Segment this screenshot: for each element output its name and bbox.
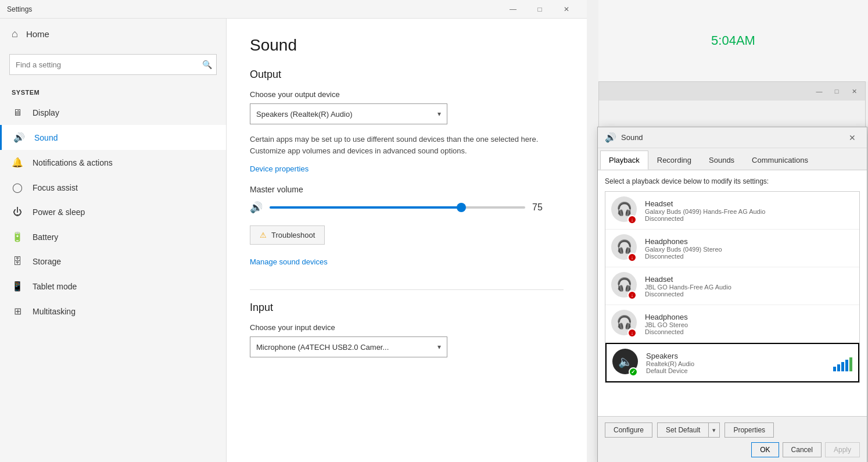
display-label: Display — [33, 108, 59, 117]
device-properties-link[interactable]: Device properties — [250, 164, 309, 173]
set-default-button[interactable]: Set Default — [657, 422, 708, 438]
sidebar-item-battery[interactable]: 🔋 Battery — [0, 224, 226, 249]
clock-time: 5:04AM — [711, 33, 755, 48]
device-item-speakers-realtek[interactable]: 🔈 ✓ Speakers Realtek(R) Audio Default De… — [605, 343, 859, 382]
dropdown-arrow-icon: ▾ — [437, 110, 441, 118]
output-section-title: Output — [250, 69, 564, 81]
dialog-title-left: 🔊 Sound — [605, 132, 643, 143]
storage-icon: 🗄 — [12, 256, 23, 267]
device-item-headphones-jbl[interactable]: 🎧 ↓ Headphones JBL GO Stereo Disconnecte… — [605, 305, 859, 343]
sidebar-item-sound[interactable]: 🔊 Sound — [0, 125, 226, 150]
close-button[interactable]: ✕ — [553, 0, 580, 19]
sidebar-item-power[interactable]: ⏻ Power & sleep — [0, 200, 226, 224]
sidebar-item-multitasking[interactable]: ⊞ Multitasking — [0, 299, 226, 324]
search-icon: 🔍 — [202, 60, 212, 69]
bg-close-button[interactable]: ✕ — [845, 84, 863, 99]
footer-bottom-row: OK Cancel Apply — [605, 442, 860, 457]
power-label: Power & sleep — [33, 207, 85, 217]
output-device-dropdown[interactable]: Speakers (Realtek(R) Audio) ▾ — [250, 103, 447, 124]
tab-sounds[interactable]: Sounds — [700, 151, 743, 170]
tab-playback[interactable]: Playback — [600, 151, 648, 170]
minimize-button[interactable]: — — [500, 0, 526, 19]
device-info: Headset Galaxy Buds (0499) Hands-Free AG… — [645, 199, 853, 222]
clock-area: 5:04AM — [598, 0, 868, 81]
device-icon-wrap: 🎧 ↓ — [611, 234, 639, 262]
vol-bar-1 — [833, 367, 836, 371]
device-item-headset-jbl-hf[interactable]: 🎧 ↓ Headset JBL GO Hands-Free AG Audio D… — [605, 267, 859, 305]
ok-button[interactable]: OK — [751, 442, 779, 457]
settings-window: Settings — □ ✕ ⌂ Home 🔍 System 🖥 Display — [0, 0, 587, 462]
device-sub: Realtek(R) Audio — [646, 360, 827, 367]
device-sub: JBL GO Hands-Free AG Audio — [645, 284, 853, 291]
device-info: Headphones JBL GO Stereo Disconnected — [645, 313, 853, 335]
volume-thumb[interactable] — [457, 203, 466, 212]
device-status: Default Device — [646, 367, 827, 374]
sidebar-item-notifications[interactable]: 🔔 Notifications & actions — [0, 150, 226, 175]
volume-fill — [270, 206, 461, 209]
tab-communications[interactable]: Communications — [743, 151, 817, 170]
vol-bar-3 — [841, 362, 844, 371]
home-label: Home — [26, 29, 49, 39]
volume-slider[interactable] — [270, 206, 525, 209]
tab-recording[interactable]: Recording — [648, 151, 700, 170]
vol-bar-2 — [837, 364, 840, 371]
page-title: Sound — [250, 36, 564, 55]
bg-minimize-button[interactable]: — — [810, 84, 828, 99]
notifications-icon: 🔔 — [12, 157, 23, 168]
choose-output-label: Choose your output device — [250, 90, 564, 99]
sidebar: ⌂ Home 🔍 System 🖥 Display 🔊 Sound 🔔 Noti… — [0, 19, 227, 462]
input-device-dropdown[interactable]: Microphone (A4TECH USB2.0 Camer... ▾ — [250, 336, 447, 357]
dialog-body: Select a playback device below to modify… — [598, 170, 867, 416]
choose-input-label: Choose your input device — [250, 323, 564, 332]
input-section-title: Input — [250, 302, 564, 314]
multitasking-label: Multitasking — [33, 307, 76, 316]
selected-input-device: Microphone (A4TECH USB2.0 Camer... — [256, 343, 389, 352]
device-name: Headset — [645, 275, 853, 284]
section-label: System — [0, 80, 226, 101]
dialog-title-text: Sound — [621, 133, 643, 142]
volume-value: 75 — [532, 202, 550, 213]
tablet-icon: 📱 — [12, 281, 23, 292]
window-title: Settings — [7, 5, 32, 13]
cancel-button[interactable]: Cancel — [783, 442, 822, 457]
device-name: Headphones — [645, 237, 853, 246]
set-default-arrow-button[interactable]: ▾ — [708, 422, 720, 438]
sound-icon: 🔊 — [13, 132, 25, 143]
dialog-close-button[interactable]: ✕ — [845, 130, 860, 145]
sidebar-item-tablet[interactable]: 📱 Tablet mode — [0, 274, 226, 299]
display-icon: 🖥 — [12, 108, 23, 118]
sound-label: Sound — [34, 133, 58, 142]
battery-icon: 🔋 — [12, 231, 23, 242]
connected-badge: ✓ — [629, 367, 638, 377]
device-info: Headphones Galaxy Buds (0499) Stereo Dis… — [645, 237, 853, 260]
sidebar-item-display[interactable]: 🖥 Display — [0, 101, 226, 125]
settings-body: ⌂ Home 🔍 System 🖥 Display 🔊 Sound 🔔 Noti… — [0, 19, 587, 462]
dialog-sound-icon: 🔊 — [605, 132, 616, 143]
device-name: Headphones — [645, 313, 853, 321]
maximize-button[interactable]: □ — [526, 0, 553, 19]
power-icon: ⏻ — [12, 207, 23, 217]
bg-maximize-button[interactable]: □ — [828, 84, 845, 99]
sound-dialog: 🔊 Sound ✕ Playback Recording Sounds Comm… — [597, 127, 867, 462]
storage-label: Storage — [33, 257, 61, 266]
device-item-headphones-galaxy[interactable]: 🎧 ↓ Headphones Galaxy Buds (0499) Stereo… — [605, 230, 859, 267]
sidebar-item-focus[interactable]: ◯ Focus assist — [0, 175, 226, 200]
vol-bar-5 — [849, 357, 852, 371]
sidebar-item-home[interactable]: ⌂ Home — [0, 19, 226, 49]
configure-button[interactable]: Configure — [605, 422, 652, 438]
device-item-headset-galaxy-hf[interactable]: 🎧 ↓ Headset Galaxy Buds (0499) Hands-Fre… — [605, 192, 859, 230]
device-sub: Galaxy Buds (0499) Stereo — [645, 246, 853, 253]
dialog-titlebar: 🔊 Sound ✕ — [598, 127, 867, 148]
troubleshoot-button[interactable]: ⚠ Troubleshoot — [250, 225, 325, 245]
device-icon-wrap: 🎧 ↓ — [611, 196, 639, 224]
manage-sound-devices-link[interactable]: Manage sound devices — [250, 257, 328, 266]
device-icon-wrap: 🎧 ↓ — [611, 272, 639, 300]
device-info: Speakers Realtek(R) Audio Default Device — [646, 352, 827, 374]
device-status: Disconnected — [645, 215, 853, 222]
device-info: Headset JBL GO Hands-Free AG Audio Disco… — [645, 275, 853, 298]
troubleshoot-label: Troubleshoot — [271, 231, 315, 239]
apply-button[interactable]: Apply — [825, 442, 860, 457]
sidebar-item-storage[interactable]: 🗄 Storage — [0, 249, 226, 274]
search-input[interactable] — [9, 54, 217, 75]
properties-button[interactable]: Properties — [724, 422, 774, 438]
